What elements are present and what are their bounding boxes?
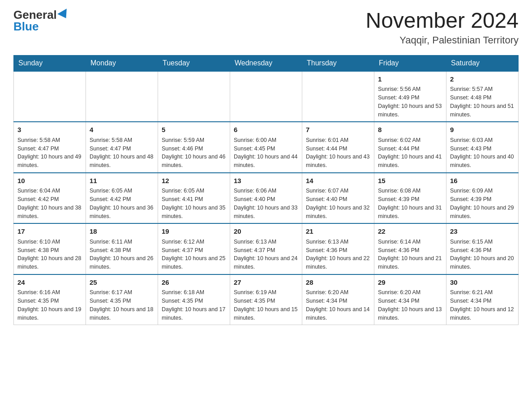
day-info: Sunrise: 6:20 AM Sunset: 4:34 PM Dayligh… [378,289,442,321]
day-number: 22 [378,227,442,237]
day-info: Sunrise: 6:18 AM Sunset: 4:35 PM Dayligh… [162,289,225,321]
day-number: 16 [450,176,515,186]
day-number: 17 [17,227,82,237]
weekday-header-sunday: Sunday [14,55,86,71]
day-info: Sunrise: 6:13 AM Sunset: 4:36 PM Dayligh… [306,239,369,270]
weekday-header-monday: Monday [86,55,158,71]
week-row-3: 10Sunrise: 6:04 AM Sunset: 4:42 PM Dayli… [14,173,519,224]
day-number: 25 [90,278,154,288]
day-info: Sunrise: 6:05 AM Sunset: 4:42 PM Dayligh… [90,188,153,219]
calendar-cell [302,71,374,122]
calendar-cell: 30Sunrise: 6:21 AM Sunset: 4:34 PM Dayli… [446,274,519,325]
day-number: 5 [162,125,226,135]
calendar-cell: 27Sunrise: 6:19 AM Sunset: 4:35 PM Dayli… [230,274,302,325]
calendar-cell: 3Sunrise: 5:58 AM Sunset: 4:47 PM Daylig… [14,122,86,173]
calendar-cell: 14Sunrise: 6:07 AM Sunset: 4:40 PM Dayli… [302,173,374,224]
calendar-cell: 19Sunrise: 6:12 AM Sunset: 4:37 PM Dayli… [158,223,230,274]
day-number: 15 [378,176,442,186]
calendar-cell: 28Sunrise: 6:20 AM Sunset: 4:34 PM Dayli… [302,274,374,325]
calendar-cell: 22Sunrise: 6:14 AM Sunset: 4:36 PM Dayli… [374,223,446,274]
day-info: Sunrise: 5:59 AM Sunset: 4:46 PM Dayligh… [162,137,225,168]
logo-general-text: General [13,9,69,21]
day-number: 24 [17,278,82,288]
day-info: Sunrise: 6:07 AM Sunset: 4:40 PM Dayligh… [306,188,369,219]
day-info: Sunrise: 6:20 AM Sunset: 4:34 PM Dayligh… [306,289,369,321]
day-info: Sunrise: 6:03 AM Sunset: 4:43 PM Dayligh… [450,137,514,168]
day-number: 4 [90,125,154,135]
day-number: 1 [378,74,442,85]
calendar-cell: 9Sunrise: 6:03 AM Sunset: 4:43 PM Daylig… [446,122,519,173]
day-number: 13 [234,176,298,186]
weekday-header-saturday: Saturday [446,55,519,71]
logo-triangle-icon [57,9,71,21]
day-number: 12 [162,176,226,186]
day-info: Sunrise: 6:21 AM Sunset: 4:34 PM Dayligh… [450,289,514,321]
week-row-1: 1Sunrise: 5:56 AM Sunset: 4:49 PM Daylig… [14,71,519,122]
calendar-cell: 6Sunrise: 6:00 AM Sunset: 4:45 PM Daylig… [230,122,302,173]
day-info: Sunrise: 6:00 AM Sunset: 4:45 PM Dayligh… [234,137,297,168]
calendar-cell: 29Sunrise: 6:20 AM Sunset: 4:34 PM Dayli… [374,274,446,325]
calendar-table: SundayMondayTuesdayWednesdayThursdayFrid… [13,55,519,325]
weekday-header-friday: Friday [374,55,446,71]
calendar-cell: 8Sunrise: 6:02 AM Sunset: 4:44 PM Daylig… [374,122,446,173]
day-info: Sunrise: 5:58 AM Sunset: 4:47 PM Dayligh… [17,137,81,168]
day-info: Sunrise: 6:14 AM Sunset: 4:36 PM Dayligh… [378,239,442,270]
day-info: Sunrise: 6:05 AM Sunset: 4:41 PM Dayligh… [162,188,225,219]
logo-blue-text: Blue [13,21,39,32]
day-info: Sunrise: 6:15 AM Sunset: 4:36 PM Dayligh… [450,239,514,270]
day-info: Sunrise: 6:10 AM Sunset: 4:38 PM Dayligh… [17,239,81,270]
calendar-cell: 13Sunrise: 6:06 AM Sunset: 4:40 PM Dayli… [230,173,302,224]
week-row-5: 24Sunrise: 6:16 AM Sunset: 4:35 PM Dayli… [14,274,519,325]
day-info: Sunrise: 6:11 AM Sunset: 4:38 PM Dayligh… [90,239,153,270]
day-number: 21 [306,227,370,237]
day-number: 10 [17,176,82,186]
month-title: November 2024 [365,9,519,33]
calendar-cell: 5Sunrise: 5:59 AM Sunset: 4:46 PM Daylig… [158,122,230,173]
calendar-cell [86,71,158,122]
day-info: Sunrise: 6:04 AM Sunset: 4:42 PM Dayligh… [17,188,81,219]
day-number: 2 [450,74,515,85]
day-number: 11 [90,176,154,186]
calendar-cell: 16Sunrise: 6:09 AM Sunset: 4:39 PM Dayli… [446,173,519,224]
day-number: 27 [234,278,298,288]
day-info: Sunrise: 5:56 AM Sunset: 4:49 PM Dayligh… [378,86,442,117]
day-number: 3 [17,125,82,135]
day-number: 9 [450,125,515,135]
day-info: Sunrise: 6:01 AM Sunset: 4:44 PM Dayligh… [306,137,369,168]
day-number: 20 [234,227,298,237]
day-info: Sunrise: 6:08 AM Sunset: 4:39 PM Dayligh… [378,188,442,219]
calendar-cell: 23Sunrise: 6:15 AM Sunset: 4:36 PM Dayli… [446,223,519,274]
calendar-cell: 11Sunrise: 6:05 AM Sunset: 4:42 PM Dayli… [86,173,158,224]
day-number: 7 [306,125,370,135]
day-info: Sunrise: 6:17 AM Sunset: 4:35 PM Dayligh… [90,289,153,321]
calendar-cell [14,71,86,122]
calendar-cell: 2Sunrise: 5:57 AM Sunset: 4:48 PM Daylig… [446,71,519,122]
calendar-cell: 15Sunrise: 6:08 AM Sunset: 4:39 PM Dayli… [374,173,446,224]
day-number: 19 [162,227,226,237]
day-number: 26 [162,278,226,288]
calendar-cell [230,71,302,122]
day-info: Sunrise: 5:57 AM Sunset: 4:48 PM Dayligh… [450,86,514,117]
calendar-cell: 20Sunrise: 6:13 AM Sunset: 4:37 PM Dayli… [230,223,302,274]
calendar-cell [158,71,230,122]
day-number: 14 [306,176,370,186]
week-row-4: 17Sunrise: 6:10 AM Sunset: 4:38 PM Dayli… [14,223,519,274]
weekday-header-wednesday: Wednesday [230,55,302,71]
day-number: 18 [90,227,154,237]
location-title: Yaqqir, Palestinian Territory [365,34,519,46]
calendar-cell: 24Sunrise: 6:16 AM Sunset: 4:35 PM Dayli… [14,274,86,325]
day-info: Sunrise: 6:16 AM Sunset: 4:35 PM Dayligh… [17,289,81,321]
day-info: Sunrise: 6:09 AM Sunset: 4:39 PM Dayligh… [450,188,514,219]
day-info: Sunrise: 6:13 AM Sunset: 4:37 PM Dayligh… [234,239,297,270]
calendar-cell: 7Sunrise: 6:01 AM Sunset: 4:44 PM Daylig… [302,122,374,173]
day-info: Sunrise: 6:12 AM Sunset: 4:37 PM Dayligh… [162,239,225,270]
weekday-header-thursday: Thursday [302,55,374,71]
page-header: General Blue November 2024 Yaqqir, Pales… [13,9,519,46]
calendar-cell: 21Sunrise: 6:13 AM Sunset: 4:36 PM Dayli… [302,223,374,274]
calendar-cell: 1Sunrise: 5:56 AM Sunset: 4:49 PM Daylig… [374,71,446,122]
week-row-2: 3Sunrise: 5:58 AM Sunset: 4:47 PM Daylig… [14,122,519,173]
day-number: 6 [234,125,298,135]
calendar-cell: 17Sunrise: 6:10 AM Sunset: 4:38 PM Dayli… [14,223,86,274]
calendar-cell: 26Sunrise: 6:18 AM Sunset: 4:35 PM Dayli… [158,274,230,325]
day-number: 8 [378,125,442,135]
